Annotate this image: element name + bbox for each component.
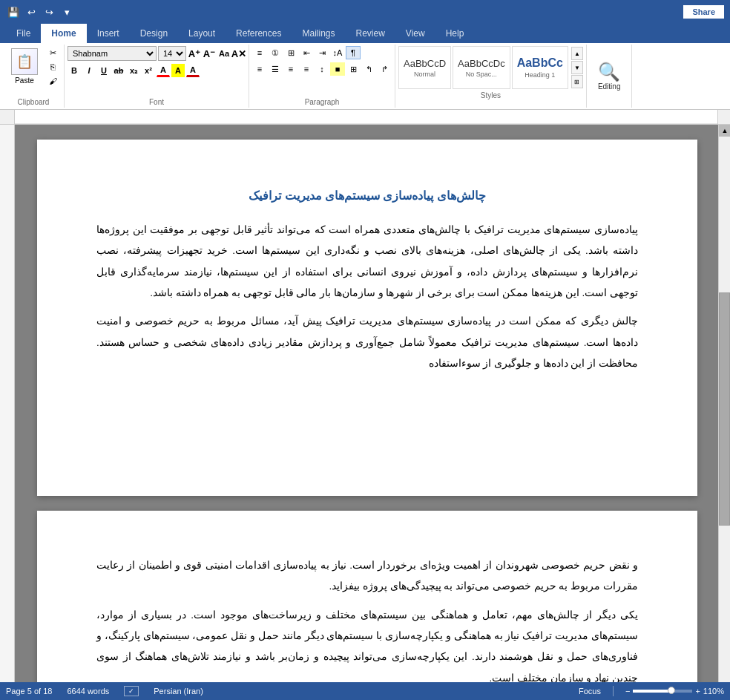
customize-qa-button[interactable]: ▾ — [59, 4, 74, 19]
clipboard-small-buttons: ✂ ⎘ 🖌 — [45, 46, 61, 98]
document-page-2: و نقض حریم خصوصی شهروندان از اهمیت ویژه‌… — [37, 511, 697, 700]
rtl-button[interactable]: ↰ — [361, 62, 376, 76]
search-editing-button[interactable]: 🔍 Editing — [593, 58, 626, 94]
styles-label: Styles — [398, 89, 583, 99]
paragraph-group: ≡ ① ⊞ ⇤ ⇥ ↕A ¶ ≡ ☰ ≡ ≡ ↕ ■ ⊞ ↰ ↱ Paragra… — [249, 45, 395, 108]
document-page-1: چالش‌های پیاده‌سازی سیستم‌های مدیریت ترا… — [37, 140, 697, 496]
page2-para-2: یکی دیگر از چالش‌های مهم، تعامل و هماهنگ… — [96, 605, 638, 689]
zoom-in-button[interactable]: + — [695, 687, 700, 696]
zoom-thumb[interactable] — [668, 687, 675, 694]
quick-access-toolbar: 💾 ↩ ↪ ▾ — [6, 4, 74, 19]
styles-scroll-up-button[interactable]: ▲ — [571, 47, 583, 60]
style-heading1-label: Heading 1 — [525, 71, 555, 79]
undo-button[interactable]: ↩ — [24, 4, 39, 19]
language: Persian (Iran) — [154, 687, 203, 696]
share-button[interactable]: Share — [683, 5, 724, 19]
editing-label: Editing — [598, 82, 621, 91]
style-nospace-preview: AaBbCcDc — [458, 58, 505, 69]
clipboard-group: 📋 Paste ✂ ⎘ 🖌 Clipboard — [3, 45, 65, 108]
status-divider — [613, 686, 614, 696]
page1-para-1: پیاده‌سازی سیستم‌های مدیریت ترافیک با چا… — [96, 220, 638, 304]
tab-references[interactable]: References — [226, 24, 292, 43]
change-case-button[interactable]: Aa — [217, 47, 231, 60]
vertical-scrollbar[interactable]: ▲ ▼ — [718, 125, 730, 700]
styles-expand-button[interactable]: ⊞ — [571, 75, 583, 88]
borders-button[interactable]: ⊞ — [346, 62, 361, 76]
style-normal-button[interactable]: AaBbCcD Normal — [398, 46, 451, 89]
increase-indent-button[interactable]: ⇥ — [315, 46, 329, 59]
format-painter-button[interactable]: 🖌 — [45, 74, 61, 88]
decrease-font-button[interactable]: A⁻ — [203, 47, 216, 60]
status-bar: Page 5 of 18 6644 words ✓ Persian (Iran)… — [0, 682, 730, 700]
redo-button[interactable]: ↪ — [42, 4, 56, 19]
shading-button[interactable]: ■ — [330, 62, 345, 76]
bold-button[interactable]: B — [68, 64, 81, 77]
page1-content: چالش‌های پیاده‌سازی سیستم‌های مدیریت ترا… — [96, 184, 638, 374]
zoom-control: − + 110% — [625, 687, 724, 696]
clipboard-label: Clipboard — [6, 98, 61, 106]
font-color2-button[interactable]: A — [186, 64, 200, 77]
superscript-button[interactable]: x² — [142, 64, 155, 77]
align-center-button[interactable]: ☰ — [268, 62, 283, 76]
font-group: Shabnam 14 A⁺ A⁻ Aa A✕ B I U ab x₂ x² A … — [65, 45, 249, 108]
paste-icon: 📋 — [11, 48, 38, 75]
bullets-button[interactable]: ≡ — [252, 46, 267, 59]
styles-scroll-buttons: ▲ ▼ ⊞ — [571, 47, 583, 88]
cut-button[interactable]: ✂ — [45, 46, 61, 59]
editing-group: 🔍 Editing — [587, 45, 633, 108]
clear-formatting-button[interactable]: A✕ — [232, 47, 246, 60]
font-color-button[interactable]: A — [157, 64, 170, 77]
strikethrough-button[interactable]: ab — [112, 64, 125, 77]
ribbon-tab-bar: File Home Insert Design Layout Reference… — [0, 24, 730, 43]
decrease-indent-button[interactable]: ⇤ — [299, 46, 314, 59]
tab-help[interactable]: Help — [435, 24, 475, 43]
tab-file[interactable]: File — [6, 24, 41, 43]
copy-button[interactable]: ⎘ — [45, 60, 61, 73]
zoom-level: 110% — [703, 687, 724, 696]
font-size-select[interactable]: 14 — [158, 46, 186, 61]
justify-button[interactable]: ≡ — [299, 62, 314, 76]
track-changes-indicator: ✓ — [124, 686, 139, 696]
style-heading1-button[interactable]: AaBbCc Heading 1 — [512, 46, 568, 89]
style-heading1-preview: AaBbCc — [517, 56, 563, 70]
tab-layout[interactable]: Layout — [178, 24, 226, 43]
focus-button[interactable]: Focus — [579, 687, 601, 696]
scroll-up-button[interactable]: ▲ — [719, 125, 730, 137]
save-button[interactable]: 💾 — [6, 4, 21, 19]
tab-insert[interactable]: Insert — [87, 24, 130, 43]
paste-button[interactable]: 📋 Paste — [6, 46, 43, 98]
styles-scroll-down-button[interactable]: ▼ — [571, 61, 583, 74]
horizontal-ruler — [0, 110, 730, 125]
increase-font-button[interactable]: A⁺ — [188, 47, 201, 60]
tab-home[interactable]: Home — [41, 24, 86, 43]
tab-review[interactable]: Review — [345, 24, 395, 43]
subscript-button[interactable]: x₂ — [127, 64, 140, 77]
tab-design[interactable]: Design — [130, 24, 178, 43]
style-normal-label: Normal — [414, 71, 435, 78]
style-nospace-button[interactable]: AaBbCcDc No Spac... — [453, 46, 510, 89]
zoom-slider[interactable] — [633, 690, 692, 693]
zoom-out-button[interactable]: − — [625, 687, 630, 696]
tab-view[interactable]: View — [395, 24, 435, 43]
page2-para-1: و نقض حریم خصوصی شهروندان از اهمیت ویژه‌… — [96, 555, 638, 598]
font-name-select[interactable]: Shabnam — [68, 46, 157, 61]
style-normal-preview: AaBbCcD — [404, 58, 446, 69]
italic-button[interactable]: I — [82, 64, 96, 77]
line-spacing-button[interactable]: ↕ — [315, 62, 329, 76]
multilevel-list-button[interactable]: ⊞ — [283, 46, 298, 59]
style-nospace-label: No Spac... — [466, 71, 497, 78]
search-editing-icon: 🔍 — [598, 62, 620, 82]
scroll-thumb[interactable] — [719, 292, 730, 526]
numbering-button[interactable]: ① — [268, 46, 283, 59]
highlight-button[interactable]: A — [171, 64, 185, 77]
align-left-button[interactable]: ≡ — [252, 62, 267, 76]
tab-mailings[interactable]: Mailings — [292, 24, 345, 43]
show-formatting-button[interactable]: ¶ — [346, 46, 361, 59]
ribbon-body: 📋 Paste ✂ ⎘ 🖌 Clipboard Shabnam 14 A⁺ A⁻ — [0, 43, 730, 110]
ltr-button[interactable]: ↱ — [377, 62, 392, 76]
align-right-button[interactable]: ≡ — [283, 62, 298, 76]
page-info: Page 5 of 18 — [6, 687, 52, 696]
underline-button[interactable]: U — [97, 64, 111, 77]
sort-button[interactable]: ↕A — [330, 46, 345, 59]
paste-label: Paste — [15, 76, 34, 85]
